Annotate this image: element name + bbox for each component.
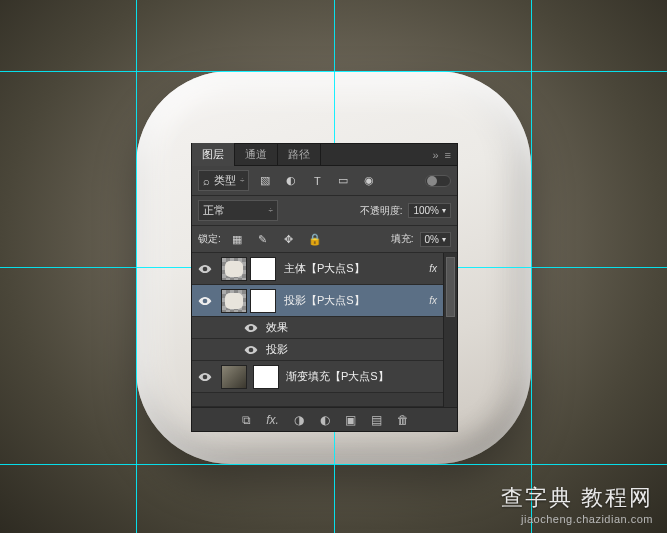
layer-row[interactable]: 投影【P大点S】 fx ▾ xyxy=(192,285,457,317)
add-fx-icon[interactable]: fx. xyxy=(265,413,281,427)
scrollbar-thumb[interactable] xyxy=(446,257,455,317)
opacity-input[interactable]: 100% ▾ xyxy=(408,203,451,218)
filter-smart-icon[interactable]: ◉ xyxy=(359,172,379,190)
layers-list: 主体【P大点S】 fx ▸ 投影【P大点S】 fx ▾ 效果 投影 xyxy=(192,253,457,407)
collapse-icon[interactable]: » xyxy=(432,149,438,161)
panel-bottom-toolbar: ⧉ fx. ◑ ◐ ▣ ▤ 🗑 xyxy=(192,407,457,431)
fx-indicator[interactable]: fx xyxy=(429,295,437,306)
layer-mask-thumbnail[interactable] xyxy=(253,365,279,389)
layer-effect-item[interactable]: 投影 xyxy=(192,339,457,361)
visibility-toggle[interactable] xyxy=(192,370,218,384)
filter-row: ⌕ 类型 ÷ ▧ ◐ T ▭ ◉ xyxy=(192,166,457,196)
opacity-label: 不透明度: xyxy=(360,204,403,218)
filter-toggle[interactable] xyxy=(425,175,451,187)
layer-thumbnail[interactable] xyxy=(221,365,247,389)
layer-thumbnail[interactable] xyxy=(221,257,247,281)
layer-row[interactable]: 主体【P大点S】 fx ▸ xyxy=(192,253,457,285)
layer-thumbnail[interactable] xyxy=(221,289,247,313)
lock-label: 锁定: xyxy=(198,232,221,246)
panel-menu-icon[interactable]: ≡ xyxy=(445,149,451,161)
layer-mask-thumbnail[interactable] xyxy=(250,289,276,313)
eye-icon xyxy=(244,321,258,335)
effects-label: 效果 xyxy=(262,320,453,335)
new-layer-icon[interactable]: ▤ xyxy=(369,413,385,427)
visibility-toggle[interactable] xyxy=(192,294,218,308)
visibility-toggle[interactable] xyxy=(240,343,262,357)
chevron-down-icon: ÷ xyxy=(269,206,273,215)
fill-value: 0% xyxy=(425,234,439,245)
eye-icon xyxy=(198,294,212,308)
panel-tabs: 图层 通道 路径 » ≡ xyxy=(192,144,457,166)
filter-type-select[interactable]: ⌕ 类型 ÷ xyxy=(198,170,249,191)
new-group-icon[interactable]: ▣ xyxy=(343,413,359,427)
lock-transparency-icon[interactable]: ▦ xyxy=(227,230,247,248)
watermark: 查字典 教程网 jiaocheng.chazidian.com xyxy=(501,483,653,525)
visibility-toggle[interactable] xyxy=(240,321,262,335)
filter-type-label: 类型 xyxy=(214,173,236,188)
add-adjustment-icon[interactable]: ◐ xyxy=(317,413,333,427)
layer-name[interactable]: 投影【P大点S】 xyxy=(280,293,429,308)
tab-channels[interactable]: 通道 xyxy=(235,143,278,166)
filter-text-icon[interactable]: T xyxy=(307,172,327,190)
lock-paint-icon[interactable]: ✎ xyxy=(253,230,273,248)
filter-adjust-icon[interactable]: ◐ xyxy=(281,172,301,190)
link-layers-icon[interactable]: ⧉ xyxy=(239,413,255,427)
filter-shape-icon[interactable]: ▭ xyxy=(333,172,353,190)
layer-row[interactable]: 渐变填充【P大点S】 xyxy=(192,361,457,393)
lock-position-icon[interactable]: ✥ xyxy=(279,230,299,248)
chevron-down-icon: ▾ xyxy=(442,206,446,215)
lock-row: 锁定: ▦ ✎ ✥ 🔒 填充: 0% ▾ xyxy=(192,226,457,253)
layer-effects-header[interactable]: 效果 xyxy=(192,317,457,339)
lock-all-icon[interactable]: 🔒 xyxy=(305,230,325,248)
blend-mode-value: 正常 xyxy=(203,203,225,218)
layer-name[interactable]: 主体【P大点S】 xyxy=(280,261,429,276)
watermark-title: 查字典 教程网 xyxy=(501,483,653,513)
opacity-value: 100% xyxy=(413,205,439,216)
blend-row: 正常 ÷ 不透明度: 100% ▾ xyxy=(192,196,457,226)
layer-name[interactable]: 渐变填充【P大点S】 xyxy=(282,369,453,384)
fill-input[interactable]: 0% ▾ xyxy=(420,232,451,247)
eye-icon xyxy=(198,370,212,384)
guide-vertical-1 xyxy=(136,0,137,533)
layers-panel: 图层 通道 路径 » ≡ ⌕ 类型 ÷ ▧ ◐ T ▭ ◉ 正常 ÷ 不透明度:… xyxy=(191,143,458,432)
tab-layers[interactable]: 图层 xyxy=(192,143,235,166)
eye-icon xyxy=(244,343,258,357)
eye-icon xyxy=(198,262,212,276)
watermark-url: jiaocheng.chazidian.com xyxy=(501,513,653,525)
layers-scrollbar[interactable] xyxy=(443,253,457,407)
filter-pixel-icon[interactable]: ▧ xyxy=(255,172,275,190)
chevron-down-icon: ▾ xyxy=(442,235,446,244)
delete-layer-icon[interactable]: 🗑 xyxy=(395,413,411,427)
chevron-down-icon: ÷ xyxy=(240,176,244,185)
add-mask-icon[interactable]: ◑ xyxy=(291,413,307,427)
guide-vertical-3 xyxy=(531,0,532,533)
fill-label: 填充: xyxy=(391,232,414,246)
filter-toggle-knob xyxy=(427,176,437,186)
visibility-toggle[interactable] xyxy=(192,262,218,276)
layer-mask-thumbnail[interactable] xyxy=(250,257,276,281)
search-icon: ⌕ xyxy=(203,175,210,187)
fx-indicator[interactable]: fx xyxy=(429,263,437,274)
tab-paths[interactable]: 路径 xyxy=(278,143,321,166)
blend-mode-select[interactable]: 正常 ÷ xyxy=(198,200,278,221)
layers-empty-space xyxy=(192,393,457,407)
effect-name: 投影 xyxy=(262,342,453,357)
